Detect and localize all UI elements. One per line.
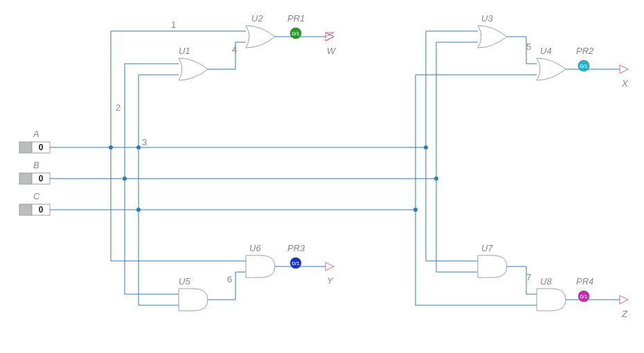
gate-U7: U7 <box>478 243 507 278</box>
input-A[interactable]: A 0 <box>19 129 50 153</box>
output-Z: Z <box>620 296 628 319</box>
input-C[interactable]: C 0 <box>19 191 50 215</box>
net-4-label: 4 <box>232 44 237 55</box>
output-X: X <box>620 65 629 89</box>
svg-text:0/1: 0/1 <box>292 260 300 266</box>
svg-rect-2 <box>19 173 32 184</box>
svg-text:U4: U4 <box>540 46 552 56</box>
svg-text:U1: U1 <box>179 46 190 56</box>
svg-marker-15 <box>325 33 334 41</box>
svg-text:W: W <box>327 46 337 56</box>
svg-text:U5: U5 <box>179 276 190 287</box>
probe-PR3: 0/1 PR3 <box>287 243 305 269</box>
probe-PR2: 0/1 PR2 <box>576 46 594 71</box>
input-B-value: 0 <box>39 174 44 183</box>
svg-text:U3: U3 <box>481 13 493 24</box>
gate-U1: U1 <box>179 46 208 80</box>
gate-U4: U4 <box>537 46 566 80</box>
probe-PR4: 0/1 PR4 <box>576 276 593 302</box>
net-2-label: 2 <box>116 102 120 113</box>
input-A-value: 0 <box>39 143 44 152</box>
circuit-diagram: A 0 B 0 C 0 U1 4 1 2 <box>0 0 644 353</box>
svg-text:PR1: PR1 <box>287 13 305 24</box>
net-7-label: 7 <box>526 272 531 282</box>
svg-rect-0 <box>19 142 32 153</box>
probe-PR1: 0/1 PR1 <box>287 13 305 39</box>
svg-text:PR3: PR3 <box>287 243 305 253</box>
svg-text:U8: U8 <box>540 276 552 287</box>
output-W: W <box>325 33 337 56</box>
svg-text:Z: Z <box>621 309 628 319</box>
svg-text:U2: U2 <box>251 13 263 24</box>
gate-U2: U2 <box>246 13 275 48</box>
svg-marker-39 <box>620 296 628 304</box>
gate-U5: U5 <box>179 276 208 311</box>
output-Y: Y <box>325 262 334 286</box>
svg-text:X: X <box>621 78 629 89</box>
svg-text:0/1: 0/1 <box>580 293 588 300</box>
svg-text:PR2: PR2 <box>576 46 594 56</box>
svg-text:0/1: 0/1 <box>580 63 588 69</box>
svg-rect-4 <box>19 204 32 215</box>
svg-marker-25 <box>620 65 628 73</box>
input-B-label: B <box>33 160 39 170</box>
net-3-label: 3 <box>142 137 147 147</box>
svg-text:0/1: 0/1 <box>292 30 300 37</box>
svg-text:PR4: PR4 <box>576 276 593 287</box>
svg-text:U6: U6 <box>249 243 261 253</box>
svg-marker-32 <box>325 262 334 271</box>
svg-text:Y: Y <box>327 275 334 286</box>
gate-U3: U3 <box>478 13 507 48</box>
input-A-label: A <box>33 129 39 139</box>
svg-text:U7: U7 <box>481 243 493 253</box>
net-1-label: 1 <box>171 19 176 30</box>
gate-U8: U8 <box>537 276 566 311</box>
net-6-label: 6 <box>227 274 232 284</box>
input-C-label: C <box>33 191 40 201</box>
net-5-label: 5 <box>526 42 531 52</box>
input-C-value: 0 <box>39 205 44 215</box>
gate-U6: U6 <box>246 243 275 278</box>
input-B[interactable]: B 0 <box>19 160 50 184</box>
